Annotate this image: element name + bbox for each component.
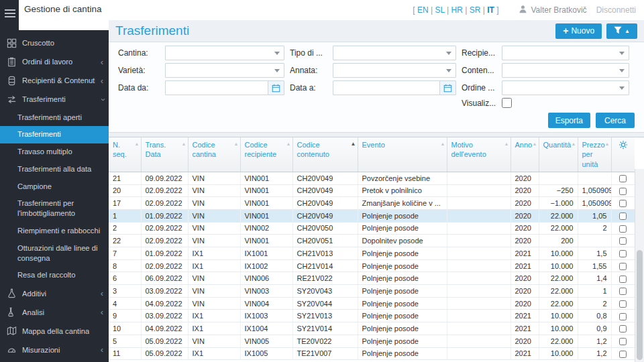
- filter-select-variet[interactable]: [165, 63, 284, 78]
- logout-link[interactable]: Disconnetti: [596, 5, 636, 15]
- row-checkbox[interactable]: [619, 237, 627, 245]
- row-checkbox[interactable]: [619, 250, 627, 257]
- filter-select-cantina[interactable]: [165, 46, 284, 60]
- title-actions: + Nuovo ▲: [555, 23, 637, 39]
- export-button[interactable]: Esporta: [548, 113, 590, 128]
- measurements-icon: [7, 345, 17, 355]
- table-row[interactable]: 404.09.2022VINVIN004SY20V044Polnjenje po…: [109, 297, 635, 310]
- date-input-data-a[interactable]: [333, 81, 439, 95]
- sidebar-item-cruscotto[interactable]: Cruscotto: [0, 34, 109, 52]
- calendar-icon[interactable]: [268, 81, 284, 95]
- filter-label-recipie: Recipie...: [462, 48, 496, 58]
- table-row[interactable]: 101.09.2022VINVIN001CH20V049Polnjenje po…: [109, 209, 635, 222]
- row-checkbox[interactable]: [619, 213, 627, 220]
- user-menu[interactable]: Valter Bratkovič: [519, 5, 586, 15]
- sidebar-item-misurazioni[interactable]: Misurazioni‹: [0, 341, 109, 359]
- row-checkbox[interactable]: [619, 288, 627, 295]
- row-checkbox[interactable]: [619, 338, 627, 345]
- table-header-row: N. seq.▲Trans. Data▲Codice cantina▲Codic…: [109, 137, 635, 172]
- table-row[interactable]: 606.09.2022VINVIN006RE21V022Polnjenje po…: [109, 272, 635, 285]
- filter-select-ordine[interactable]: [502, 80, 629, 95]
- topbar: [ EN | SL | HR | SR | IT ] Valter Bratko…: [109, 0, 644, 20]
- app-root: Gestione di cantina CruscottoOrdini di l…: [0, 0, 644, 362]
- table-row[interactable]: 701.09.2022IX1IX1001CH21V013Polnjenje po…: [109, 247, 635, 260]
- scrollbar-thumb[interactable]: [637, 250, 643, 360]
- column-header-motivo-dell-evento[interactable]: Motivo dell'evento▲: [447, 137, 511, 172]
- table-row[interactable]: 903.09.2022IX1IX1003SY21V013Polnjenje po…: [109, 310, 635, 322]
- row-checkbox[interactable]: [619, 263, 627, 270]
- sidebar-item-recipienti-contenuti[interactable]: Recipienti & Contenuti‹: [0, 71, 109, 90]
- sidebar-subitem-riempimenti-e-rabbocchi[interactable]: Riempimenti e rabbocchi: [0, 222, 109, 239]
- filter-select-tipo-di[interactable]: [333, 46, 456, 60]
- row-checkbox[interactable]: [619, 300, 627, 308]
- column-chooser-gear-icon[interactable]: [611, 137, 635, 172]
- sortable-icon: ▲: [504, 141, 509, 147]
- table-row[interactable]: 2002.09.2022VINVIN001CH20V049Pretok v po…: [109, 184, 635, 197]
- column-header-codice-cantina[interactable]: Codice cantina▲: [188, 137, 240, 172]
- column-header-evento[interactable]: Evento▲: [358, 137, 447, 172]
- dropdown-caret-icon: [274, 52, 280, 55]
- filter-checkbox-visualiz[interactable]: [502, 98, 512, 108]
- table-row[interactable]: 303.09.2022VINVIN003SY20V043Polnjenje po…: [109, 285, 635, 298]
- row-checkbox[interactable]: [619, 188, 627, 195]
- app-title: Gestione di cantina: [19, 0, 109, 30]
- column-header-quantit[interactable]: Quantità▲: [539, 137, 578, 172]
- row-checkbox[interactable]: [619, 351, 627, 358]
- new-button[interactable]: + Nuovo: [555, 23, 602, 39]
- hamburger-menu-icon[interactable]: [5, 9, 15, 19]
- column-header-codice-contenuto[interactable]: Codice contenuto▲: [292, 137, 358, 172]
- sidebar-subitem-trasferimenti[interactable]: Trasferimenti: [0, 126, 109, 143]
- sidebar-subitem-otturazioni-dalle-linee-di-consegna[interactable]: Otturazioni dalle linee di consegna: [0, 239, 109, 267]
- row-checkbox[interactable]: [619, 325, 627, 333]
- column-header-trans-data[interactable]: Trans. Data▲: [141, 137, 188, 172]
- chevron-icon: ‹: [101, 76, 103, 85]
- sidebar-item-analisi[interactable]: Analisi‹: [0, 303, 109, 322]
- sidebar-subitem-travaso-multiplo[interactable]: Travaso multiplo: [0, 143, 109, 161]
- table-row[interactable]: 1105.09.2022IX1IX1005TE21V007Polnjenje p…: [109, 347, 635, 360]
- search-button[interactable]: Cerca: [596, 113, 635, 128]
- language-link-sr[interactable]: SR: [470, 5, 481, 15]
- filter-select-conten[interactable]: [502, 63, 629, 78]
- table-row[interactable]: 1702.09.2022VINVIN001CH20V049Zmanjšanje …: [109, 197, 635, 210]
- row-checkbox[interactable]: [619, 225, 627, 233]
- row-checkbox[interactable]: [619, 200, 627, 207]
- filter-select-annata[interactable]: [333, 63, 456, 78]
- sidebar-subitem-campione[interactable]: Campione: [0, 178, 109, 195]
- language-link-it[interactable]: IT: [487, 5, 494, 15]
- vertical-scrollbar[interactable]: [635, 169, 644, 362]
- calendar-icon[interactable]: [439, 81, 455, 95]
- sidebar-subitem-trasferimenti-alla-data[interactable]: Trasferimenti alla data: [0, 160, 109, 178]
- sidebar-item-mappa-della-cantina[interactable]: Mappa della cantina: [0, 322, 109, 341]
- column-header-codice-recipiente[interactable]: Codice recipiente▲: [240, 137, 292, 172]
- table-row[interactable]: 2202.09.2022VINVIN001CH20V051Dopolnitev …: [109, 235, 635, 247]
- sidebar-item-additivi[interactable]: Additivi‹: [0, 284, 109, 303]
- sidebar-subitem-trasferimenti-per-l-imbottigliamento[interactable]: Trasferimenti per l'imbottigliamento: [0, 195, 109, 223]
- filter-toggle-button[interactable]: ▲: [606, 23, 637, 39]
- filter-select-recipie[interactable]: [502, 46, 629, 60]
- table-row[interactable]: 202.09.2022VINVIN002CH20V050Polnjenje po…: [109, 222, 635, 235]
- date-input-data-da[interactable]: [166, 81, 268, 95]
- plus-icon: +: [563, 26, 568, 36]
- sidebar: Gestione di cantina CruscottoOrdini di l…: [0, 0, 109, 362]
- column-header-n-seq[interactable]: N. seq.▲: [109, 137, 141, 172]
- sortable-icon: ▲: [441, 141, 445, 147]
- language-link-hr[interactable]: HR: [451, 5, 463, 15]
- column-header-anno[interactable]: Anno▲: [511, 137, 539, 172]
- language-link-sl[interactable]: SL: [435, 5, 445, 15]
- sidebar-item-ordini-di-lavoro[interactable]: Ordini di lavoro‹: [0, 52, 109, 71]
- row-checkbox[interactable]: [619, 276, 627, 283]
- table-row[interactable]: 802.09.2022IX1IX1002CH21V014Polnjenje po…: [109, 259, 635, 272]
- table-row[interactable]: 505.09.2022VINVIN005TE20V022Polnjenje po…: [109, 335, 635, 347]
- table-row[interactable]: 2109.09.2022VINVIN001CH20V049Povzorčenje…: [109, 172, 635, 184]
- filter-label-ordine: Ordine ...: [462, 83, 496, 93]
- language-link-en[interactable]: EN: [417, 5, 429, 15]
- dropdown-caret-icon: [446, 69, 451, 72]
- row-checkbox[interactable]: [619, 175, 627, 182]
- sidebar-subitem-trasferimenti-aperti[interactable]: Trasferimenti aperti: [0, 109, 109, 126]
- column-header-prezzo-per-unit[interactable]: Prezzo per unità▲: [578, 137, 611, 172]
- vessels-icon: [7, 76, 17, 86]
- row-checkbox[interactable]: [619, 313, 627, 320]
- table-row[interactable]: 1004.09.2022IX1IX1004SY21V014Polnjenje p…: [109, 322, 635, 335]
- sidebar-subitem-resa-del-raccolto[interactable]: Resa del raccolto: [0, 267, 109, 284]
- sidebar-item-trasferimenti[interactable]: Trasferimenti‹: [0, 90, 109, 109]
